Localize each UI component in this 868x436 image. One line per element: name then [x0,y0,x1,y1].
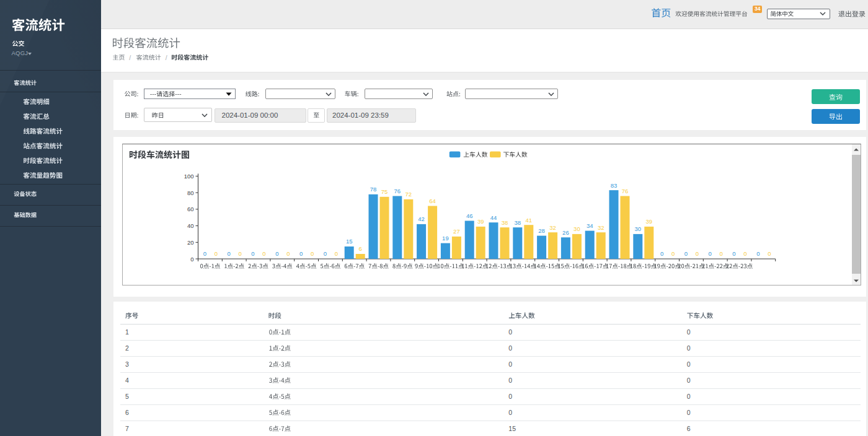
svg-text:76: 76 [394,188,401,194]
svg-text:80: 80 [187,190,194,196]
svg-text:0: 0 [275,250,278,257]
svg-text:19: 19 [442,235,449,242]
svg-text:30: 30 [635,225,642,232]
svg-text:0: 0 [286,250,290,257]
svg-text:40: 40 [187,222,194,229]
svg-text:0: 0 [239,250,242,257]
svg-text:0: 0 [696,250,699,257]
svg-text:0: 0 [228,250,231,257]
svg-text:38: 38 [515,219,521,226]
svg-text:75: 75 [381,188,388,195]
svg-text:0: 0 [709,250,712,257]
svg-text:0: 0 [684,250,688,257]
svg-text:39: 39 [477,218,484,225]
svg-text:72: 72 [405,191,412,198]
svg-text:32: 32 [598,224,604,231]
svg-text:30: 30 [574,225,580,232]
svg-text:6: 6 [359,245,362,252]
svg-text:15: 15 [346,238,353,245]
svg-text:0: 0 [251,250,254,257]
svg-text:42: 42 [418,216,425,222]
svg-text:26: 26 [562,229,569,236]
svg-text:100: 100 [184,173,194,180]
svg-text:20: 20 [187,239,194,246]
svg-text:0: 0 [720,250,723,257]
svg-text:34: 34 [587,222,593,229]
svg-text:0: 0 [190,256,193,263]
svg-text:0: 0 [203,250,206,257]
svg-text:0: 0 [756,250,760,257]
svg-text:27: 27 [453,228,460,235]
svg-text:41: 41 [526,217,533,224]
svg-text:0: 0 [262,250,265,257]
svg-text:39: 39 [646,218,653,225]
svg-text:0: 0 [732,250,735,257]
svg-text:0: 0 [311,250,314,257]
svg-text:76: 76 [622,188,629,194]
svg-text:32: 32 [549,224,556,231]
svg-text:0: 0 [335,250,338,257]
svg-text:46: 46 [466,212,473,219]
svg-text:60: 60 [187,206,194,212]
svg-text:0: 0 [660,250,663,257]
svg-text:78: 78 [370,186,377,193]
svg-text:0: 0 [324,250,327,257]
svg-text:0: 0 [768,250,771,257]
svg-text:64: 64 [429,198,436,204]
svg-text:0: 0 [299,250,303,257]
svg-text:44: 44 [490,214,497,221]
svg-text:0: 0 [671,250,675,257]
svg-text:0: 0 [215,250,218,257]
svg-text:38: 38 [502,219,508,226]
svg-text:83: 83 [611,182,618,189]
svg-text:28: 28 [538,227,545,234]
svg-text:0: 0 [743,250,746,257]
